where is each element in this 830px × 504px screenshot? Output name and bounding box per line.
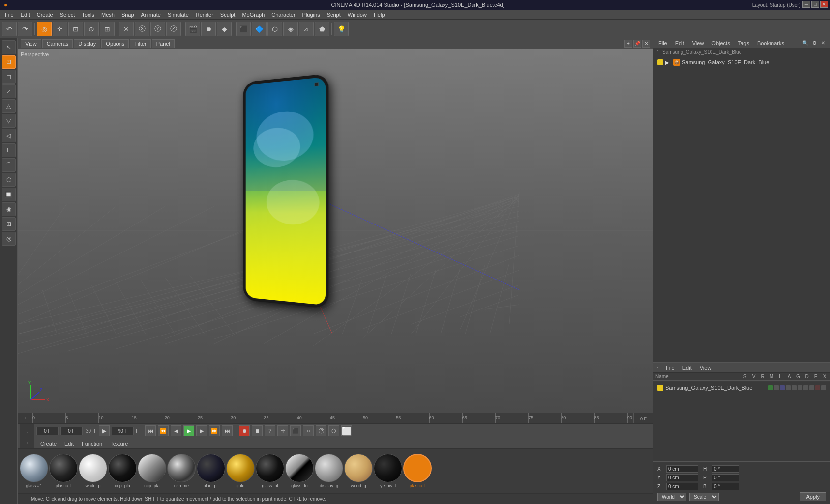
record-btn[interactable]: ⏺ xyxy=(239,425,250,436)
obj-row-main[interactable]: ▶ 📦 Samsung_Galaxy_S10E_Dark_Blue xyxy=(655,58,828,67)
goto-end-btn[interactable]: ⏭ xyxy=(222,425,233,436)
right-menu-file[interactable]: File xyxy=(656,39,669,47)
material-wood[interactable]: wood_g xyxy=(344,454,373,488)
edge-tool[interactable]: ⟋ xyxy=(2,84,16,98)
x-btn[interactable]: Ⓧ xyxy=(135,22,149,36)
stop-btn[interactable]: ⏹ xyxy=(252,425,263,436)
extrude-tool[interactable]: 🔲 xyxy=(2,188,16,201)
record-btn[interactable]: ⏺ xyxy=(201,22,216,36)
vp-tab-panel[interactable]: Panel xyxy=(152,39,175,48)
keyframe-btn[interactable]: ◆ xyxy=(217,22,232,36)
menu-window[interactable]: Window xyxy=(345,11,370,19)
menu-simulate[interactable]: Simulate xyxy=(165,11,192,19)
right-close-btn[interactable]: ✕ xyxy=(819,39,827,47)
menu-script[interactable]: Script xyxy=(324,11,344,19)
right-menu-view[interactable]: View xyxy=(690,39,706,47)
menu-mesh[interactable]: Mesh xyxy=(98,11,118,19)
active-tool[interactable]: ⊡ xyxy=(2,55,16,69)
right-menu-tags[interactable]: Tags xyxy=(736,39,751,47)
fill-tool[interactable]: ⬡ xyxy=(2,173,16,187)
current-frame-input[interactable] xyxy=(36,427,59,435)
close-btn[interactable]: ✕ xyxy=(820,1,828,8)
coord-input-y-pos[interactable] xyxy=(666,474,698,481)
prev-frame-btn[interactable]: ◀ xyxy=(171,425,181,436)
right-menu-bookmarks[interactable]: Bookmarks xyxy=(755,39,786,47)
scene-row-main[interactable]: Samsung_Galaxy_S10E_Dark_Blue xyxy=(655,384,828,392)
goto-start-btn[interactable]: ⏮ xyxy=(145,425,156,436)
clapperboard-btn[interactable]: 🎬 xyxy=(185,22,200,36)
deform-btn[interactable]: ⊿ xyxy=(299,22,314,36)
material-cup-light[interactable]: cup_pla xyxy=(138,454,166,488)
material-glass-half[interactable]: glass_fu xyxy=(285,454,314,488)
right-menu-edit[interactable]: Edit xyxy=(673,39,686,47)
3d-viewport[interactable]: Perspective xyxy=(18,49,653,413)
right-search-btn[interactable]: 🔍 xyxy=(801,39,809,47)
size-tool-btn[interactable]: ⊞ xyxy=(100,22,115,36)
material-cup-dark[interactable]: cup_pla xyxy=(108,454,137,488)
magnet-tool[interactable]: ◉ xyxy=(2,202,16,216)
menu-snap[interactable]: Snap xyxy=(119,11,137,19)
transform-mode-select[interactable]: Scale Move Rotate xyxy=(689,493,719,501)
material-blue[interactable]: blue_pli xyxy=(197,454,225,488)
next-frame-btn[interactable]: ▶ xyxy=(196,425,207,436)
transport-extra-1[interactable]: ✛ xyxy=(277,425,288,436)
menu-help[interactable]: Help xyxy=(371,11,388,19)
minimize-btn[interactable]: ─ xyxy=(802,1,810,8)
layer-tool[interactable]: ⊞ xyxy=(2,217,16,231)
menu-animate[interactable]: Animate xyxy=(138,11,164,19)
point-tool[interactable]: △ xyxy=(2,99,16,113)
light-btn[interactable]: 💡 xyxy=(334,22,349,36)
menu-tools[interactable]: Tools xyxy=(79,11,97,19)
vp-tab-view[interactable]: View xyxy=(21,39,41,48)
mat-menu-create[interactable]: Create xyxy=(38,440,59,448)
sphere-tool[interactable]: ◎ xyxy=(2,232,16,246)
material-plastic-selected[interactable]: plastic_l xyxy=(403,454,432,488)
coord-input-p[interactable] xyxy=(712,474,739,481)
move-tool-btn[interactable]: ✛ xyxy=(53,22,67,36)
camera-btn[interactable]: ⬟ xyxy=(315,22,329,36)
material-display[interactable]: display_g xyxy=(315,454,343,488)
mat-menu-texture[interactable]: Texture xyxy=(108,440,130,448)
poly-btn[interactable]: 🔷 xyxy=(252,22,267,36)
material-glass1[interactable]: glass #1 xyxy=(20,454,48,488)
max-frame-input[interactable] xyxy=(112,427,134,435)
step-fwd-btn[interactable]: ⏩ xyxy=(209,425,220,436)
material-plastic-dark[interactable]: plastic_l xyxy=(49,454,78,488)
redo-btn[interactable]: ↷ xyxy=(18,22,32,36)
scene-menu-view[interactable]: View xyxy=(698,364,713,372)
coord-mode-select[interactable]: World Object xyxy=(657,493,686,501)
spline-btn[interactable]: ⬡ xyxy=(267,22,282,36)
vp-tab-options[interactable]: Options xyxy=(101,39,129,48)
rotate-tool-btn[interactable]: ⊙ xyxy=(84,22,99,36)
right-settings-btn[interactable]: ⚙ xyxy=(810,39,818,47)
mat-menu-edit[interactable]: Edit xyxy=(62,440,76,448)
transport-extra-3[interactable]: ○ xyxy=(303,425,314,436)
menu-sculpt[interactable]: Sculpt xyxy=(217,11,238,19)
transport-extra-5[interactable]: ⬡ xyxy=(328,425,339,436)
polygon-tool[interactable]: ◻ xyxy=(2,70,16,84)
menu-create[interactable]: Create xyxy=(34,11,56,19)
menu-mograph[interactable]: MoGraph xyxy=(239,11,267,19)
loop-tool[interactable]: ▽ xyxy=(2,114,16,128)
scene-menu-edit[interactable]: Edit xyxy=(681,364,694,372)
menu-file[interactable]: File xyxy=(2,11,17,19)
right-menu-objects[interactable]: Objects xyxy=(710,39,732,47)
freeform-tool[interactable]: L xyxy=(2,143,16,157)
vp-maximize-btn[interactable]: + xyxy=(624,40,632,48)
transport-extra-6[interactable]: ⬜ xyxy=(341,425,352,436)
select-tool-btn[interactable]: ◎ xyxy=(37,22,52,36)
menu-render[interactable]: Render xyxy=(193,11,216,19)
menu-plugins[interactable]: Plugins xyxy=(299,11,323,19)
timeline-section[interactable]: ⋮ 0 5 10 15 20 25 30 35 xyxy=(18,413,653,423)
menu-select[interactable]: Select xyxy=(57,11,78,19)
coord-input-z-pos[interactable] xyxy=(666,483,698,490)
brush-tool[interactable]: ⌒ xyxy=(2,158,16,172)
spline-tool[interactable]: ◁ xyxy=(2,129,16,142)
apply-button[interactable]: Apply xyxy=(800,492,826,501)
material-gold[interactable]: gold xyxy=(226,454,255,488)
vp-close-btn[interactable]: ✕ xyxy=(642,40,650,48)
vp-tab-display[interactable]: Display xyxy=(74,39,100,48)
material-chrome[interactable]: chrome xyxy=(167,454,196,488)
timeline-ruler[interactable]: 0 5 10 15 20 25 30 35 40 45 50 xyxy=(32,413,633,423)
z-btn[interactable]: Ⓩ xyxy=(166,22,181,36)
